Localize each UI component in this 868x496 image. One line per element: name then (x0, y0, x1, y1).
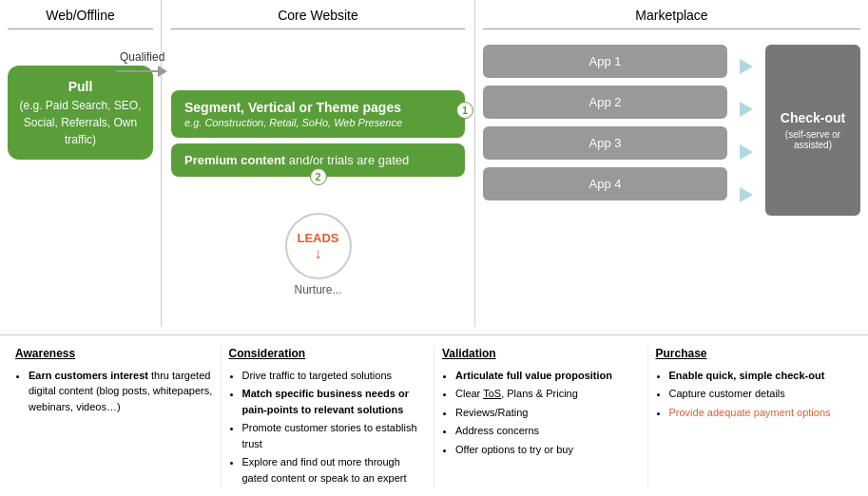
pull-title: Pull (17, 77, 144, 97)
checkout-title: Check-out (781, 110, 845, 125)
list-item: Provide adequate payment options (669, 405, 854, 421)
list-item: Enable quick, simple check-out (669, 368, 854, 384)
list-item: Match specific business needs or pain-po… (242, 386, 427, 417)
list-item: Earn customers interest thru targeted di… (29, 368, 213, 415)
core-header: Core Website (171, 0, 465, 29)
web-header: Web/Offline (8, 0, 153, 29)
marketplace-header: Marketplace (483, 0, 860, 29)
list-item: Clear ToS, Plans & Pricing (455, 386, 640, 402)
list-item: App 4 (483, 167, 727, 200)
list-item: App 2 (483, 86, 727, 119)
awareness-title: Awareness (15, 345, 213, 362)
validation-title: Validation (442, 345, 640, 362)
badge-2: 2 (310, 168, 327, 185)
app4-arrow-icon (740, 187, 753, 202)
col-web: Web/Offline Pull (e.g. Paid Search, SEO,… (0, 0, 162, 327)
top-section: Web/Offline Pull (e.g. Paid Search, SEO,… (0, 0, 868, 335)
list-item: Reviews/Rating (455, 405, 640, 421)
segment-box-wrapper: Segment, Vertical or Theme pages e.g. Co… (171, 90, 465, 138)
segment-title: Segment, Vertical or Theme pages (184, 100, 452, 115)
badge-1: 1 (456, 102, 473, 119)
core-boxes: Segment, Vertical or Theme pages e.g. Co… (171, 90, 465, 177)
pull-box: Pull (e.g. Paid Search, SEO, Social, Ref… (8, 66, 153, 160)
list-item: App 1 (483, 45, 727, 78)
col-marketplace: Marketplace App 1 App 2 App 3 App 4 (475, 0, 868, 327)
bottom-section: Awareness Earn customers interest thru t… (0, 335, 868, 497)
bottom-col-purchase: Purchase Enable quick, simple check-out … (648, 345, 861, 489)
premium-box-wrapper: Premium content and/or trials are gated … (171, 143, 465, 177)
purchase-title: Purchase (656, 345, 854, 362)
list-item: Offer options to try or buy (455, 442, 640, 458)
app1-arrow-icon (740, 59, 753, 74)
awareness-item-bold: Earn customers interest (29, 370, 148, 381)
col-core: Core Website Qualified Segment, Vertical… (162, 0, 475, 327)
segment-sub: e.g. Construction, Retail, SoHo, Web Pre… (184, 117, 452, 128)
marketplace-inner: App 1 App 2 App 3 App 4 Check-out ( (483, 45, 860, 216)
list-item: Drive traffic to targeted solutions (242, 368, 427, 384)
consideration-title: Consideration (229, 345, 427, 362)
qualified-label: Qualified (120, 50, 164, 64)
arrows-col (733, 45, 760, 216)
bottom-col-awareness: Awareness Earn customers interest thru t… (8, 345, 222, 489)
nurture-text: Nurture... (294, 283, 341, 296)
awareness-list: Earn customers interest thru targeted di… (15, 368, 213, 415)
apps-col: App 1 App 2 App 3 App 4 (483, 45, 727, 216)
consideration-list: Drive traffic to targeted solutions Matc… (229, 368, 427, 486)
main-container: Web/Offline Pull (e.g. Paid Search, SEO,… (0, 0, 868, 496)
checkout-sub: (self-serve or assisted) (773, 129, 853, 150)
list-item: Articulate full value proposition (455, 368, 640, 384)
leads-arrow-icon: ↓ (315, 245, 322, 262)
checkout-box: Check-out (self-serve or assisted) (765, 45, 860, 216)
list-item: Address concerns (455, 423, 640, 439)
bottom-col-validation: Validation Articulate full value proposi… (434, 345, 648, 489)
leads-circle: LEADS ↓ (285, 213, 352, 279)
checkout-col: Check-out (self-serve or assisted) (765, 45, 860, 216)
list-item: App 3 (483, 126, 727, 160)
list-item: Capture customer details (669, 386, 854, 402)
purchase-list: Enable quick, simple check-out Capture c… (656, 368, 854, 421)
leads-text: LEADS (297, 231, 338, 245)
app2-arrow-icon (740, 102, 753, 117)
validation-list: Articulate full value proposition Clear … (442, 368, 640, 458)
list-item: Promote customer stories to establish tr… (242, 420, 427, 451)
app3-arrow-icon (740, 144, 753, 160)
premium-bold: Premium content (184, 153, 285, 167)
premium-rest: and/or trials are gated (285, 153, 409, 167)
web-core-arrow (116, 66, 167, 77)
segment-box: Segment, Vertical or Theme pages e.g. Co… (171, 90, 465, 138)
pull-body: (e.g. Paid Search, SEO, Social, Referral… (17, 97, 144, 148)
bottom-col-consideration: Consideration Drive traffic to targeted … (222, 345, 435, 489)
list-item: Explore and find out more through gated … (242, 454, 427, 486)
leads-area: LEADS ↓ Nurture... (171, 194, 465, 296)
